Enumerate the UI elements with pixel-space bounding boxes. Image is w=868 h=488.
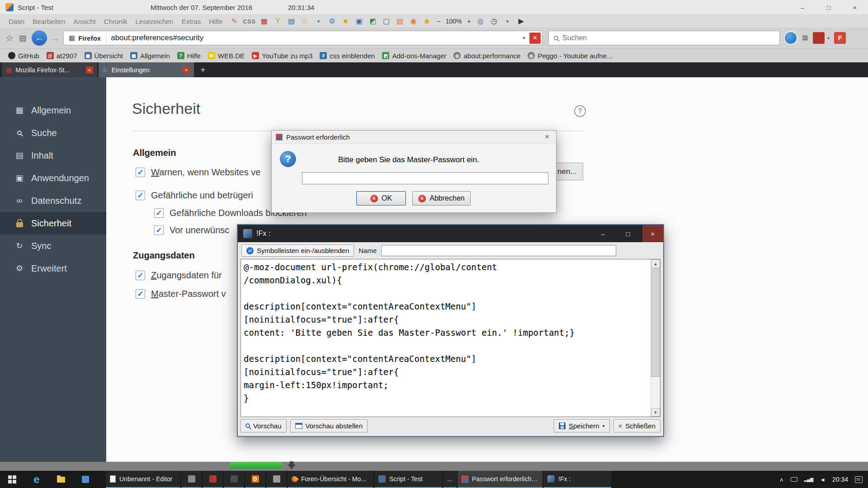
save-button[interactable]: Speichern ▾ <box>554 419 610 432</box>
checkbox-block-downloads[interactable]: ✓ <box>154 208 164 218</box>
fx-titlebar[interactable]: !Fx : – □ × <box>238 225 663 242</box>
fx-maximize-button[interactable]: □ <box>618 225 638 242</box>
taskbar-button-fx[interactable]: !Fx : <box>543 471 611 488</box>
flash-icon[interactable]: F <box>834 32 846 44</box>
style-grid-icon[interactable]: ▦ <box>259 16 269 26</box>
browser-logo-icon[interactable] <box>784 31 797 45</box>
taskbar-button-app3[interactable] <box>224 471 244 488</box>
ok-button[interactable]: × OK <box>356 191 406 206</box>
exceptions-button-partial[interactable]: nen... <box>557 163 583 180</box>
app-titlebar[interactable]: Script - Test Mittwoch der 07. September… <box>0 0 868 15</box>
taskbar-clock[interactable]: 20:34 <box>832 476 848 483</box>
scroll-up-icon[interactable]: ▲ <box>651 259 660 268</box>
search-bar[interactable] <box>548 31 780 45</box>
zoom-in-button[interactable]: + <box>467 18 471 25</box>
sidebar-item-anwendungen[interactable]: ▣Anwendungen <box>0 167 106 189</box>
taskbar-button-app2[interactable] <box>203 471 223 488</box>
image-icon[interactable]: ▧ <box>395 16 405 26</box>
tool-caret-icon[interactable]: ▾ <box>503 16 513 26</box>
sidebar-item-datenschutz[interactable]: ∞Datenschutz <box>0 189 106 212</box>
bookmark-css-einblenden[interactable]: #css einblenden <box>316 52 378 60</box>
clock-icon[interactable]: ◷ <box>489 16 499 26</box>
bookmark-youtube-mp3[interactable]: ▶YouTube zu mp3 <box>248 52 316 60</box>
checkbox-warn-addons[interactable]: ✓ <box>136 168 145 177</box>
menu-chronik[interactable]: Chronik <box>100 18 132 25</box>
clipboard-icon[interactable]: ▤ <box>286 16 296 26</box>
start-button[interactable] <box>0 471 24 488</box>
tool-red-icon[interactable] <box>813 32 825 44</box>
copy-clipboard-icon[interactable]: ▤ <box>19 33 26 43</box>
url-bar[interactable]: ▦ Firefox ▾ × <box>63 31 542 45</box>
scroll-down-icon[interactable]: ▼ <box>651 408 660 417</box>
code-text[interactable]: @-moz-document url-prefix(chrome://globa… <box>241 259 660 405</box>
tab-mozilla-firefox-st[interactable]: ▦ Mozilla Firefox-St... × <box>2 62 97 77</box>
edit-pencil-icon[interactable]: ✎ <box>229 16 239 26</box>
menu-lesezeichen[interactable]: Lesezeichen <box>131 18 177 25</box>
master-password-input[interactable] <box>302 172 548 184</box>
action-center-icon[interactable] <box>855 476 863 483</box>
volume-icon[interactable]: ◄ <box>820 477 826 483</box>
smiley-2-icon[interactable]: ☻ <box>422 16 432 26</box>
new-tab-button[interactable]: + <box>195 63 211 77</box>
stop-button[interactable]: × <box>529 33 541 44</box>
cocktail-icon[interactable]: Y <box>273 16 283 26</box>
checkbox-save-logins[interactable]: ✓ <box>136 271 145 280</box>
fx-close-button[interactable]: × <box>642 225 663 242</box>
speaker-icon[interactable]: ◉ <box>408 16 418 26</box>
tab-einstellungen[interactable]: ↻ Einstellungen × <box>99 62 194 77</box>
taskbar-app-icon[interactable] <box>73 471 98 488</box>
globe-icon[interactable]: ◎ <box>476 16 486 26</box>
bookmark-star-icon[interactable]: ☆ <box>5 33 14 43</box>
taskbar-button-app1[interactable] <box>181 471 202 488</box>
window-icon[interactable]: ▣ <box>354 16 364 26</box>
preview-button[interactable]: Vorschau <box>241 419 287 432</box>
css-toggle-button[interactable]: CSS <box>243 18 255 25</box>
bookmark-hilfe[interactable]: ?Hilfe <box>174 52 204 60</box>
menu-hilfe[interactable]: Hilfe <box>205 18 226 25</box>
forward-button[interactable]: → <box>51 33 60 43</box>
search-input[interactable] <box>562 34 774 42</box>
puzzle-icon[interactable]: ◩ <box>368 16 377 26</box>
minimize-button[interactable]: – <box>789 0 816 14</box>
taskbar-button-script-test[interactable]: Script - Test <box>374 471 442 488</box>
download-arrow-icon[interactable] <box>288 461 296 470</box>
network-icon[interactable]: ▂▄▆ <box>804 477 813 482</box>
taskbar-button-foren[interactable]: Foren-Übersicht - Mo... <box>288 471 373 488</box>
maximize-button[interactable]: □ <box>816 0 842 14</box>
gear-icon[interactable]: ⚙ <box>327 16 337 26</box>
dialog-close-icon[interactable]: × <box>542 132 552 141</box>
bookmark-github[interactable]: GitHub <box>5 52 43 60</box>
url-input[interactable] <box>106 33 519 42</box>
menu-ansicht[interactable]: Ansicht <box>70 18 100 25</box>
scrollbar-thumb[interactable] <box>651 268 660 377</box>
taskbar-explorer-icon[interactable] <box>49 471 73 488</box>
name-input[interactable] <box>381 245 616 256</box>
bookmark-at2907[interactable]: @at2907 <box>43 52 81 60</box>
label-block-dangerous[interactable]: Gefährliche und betrügeri <box>151 190 253 201</box>
identity-box[interactable]: ▦ Firefox <box>64 31 106 45</box>
bookmark-allgemein[interactable]: ▦Allgemein <box>127 52 174 60</box>
screen-icon[interactable]: ▢ <box>381 16 391 26</box>
tab2-close-icon[interactable]: × <box>183 66 190 74</box>
fx-minimize-button[interactable]: – <box>593 225 613 242</box>
preview-stop-button[interactable]: Vorschau abstellen <box>290 419 368 432</box>
tray-tablet-icon[interactable] <box>791 477 797 482</box>
menu-datei[interactable]: Datei <box>5 18 28 25</box>
help-icon[interactable]: ? <box>574 105 586 117</box>
taskbar-button-app4[interactable]: D <box>245 471 265 488</box>
dialog-titlebar[interactable]: Passwort erforderlich × <box>272 131 556 144</box>
back-button[interactable]: ← <box>32 30 47 46</box>
tool-red-caret-icon[interactable]: ▾ <box>827 36 830 41</box>
bookmark-uebersicht[interactable]: ▦Übersicht <box>81 52 127 60</box>
taskbar-edge-icon[interactable]: e <box>24 471 49 488</box>
smiley-icon[interactable]: ☺ <box>300 16 310 26</box>
taskbar-button-editor[interactable]: Unbenannt - Editor <box>106 471 180 488</box>
taskbar-button-overflow[interactable]: ... <box>443 471 457 488</box>
folder-icon[interactable]: ■ <box>340 16 350 26</box>
bookmark-peggo[interactable]: ◎Peggo - Youtube aufne... <box>524 52 616 60</box>
taskbar-button-passwort[interactable]: Passwort erforderlich ... <box>458 471 542 488</box>
url-dropdown-icon[interactable]: ▾ <box>519 35 529 41</box>
save-dropdown-icon[interactable]: ▾ <box>603 423 605 428</box>
tab1-close-icon[interactable]: × <box>86 66 93 74</box>
close-editor-button[interactable]: × Schließen <box>613 419 660 432</box>
